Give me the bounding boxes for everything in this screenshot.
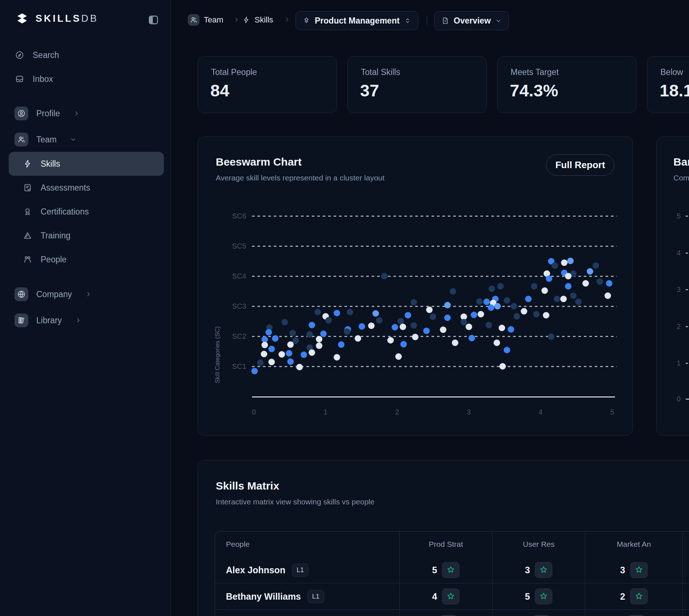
sidebar-item-label: Team <box>36 135 57 145</box>
nav-group-team-sub: SkillsAssessmentsCertificationsTrainingP… <box>0 152 170 271</box>
breadcrumb-team-label: Team <box>204 15 223 25</box>
column-header-market-an: Market An <box>585 532 682 557</box>
skill-value: 3 <box>620 565 625 575</box>
sidebar-item-library[interactable]: Library <box>0 307 170 333</box>
skill-value-cell <box>585 610 682 616</box>
beeswarm-point <box>499 363 506 370</box>
beeswarm-point <box>488 304 494 311</box>
beeswarm-point <box>450 288 456 295</box>
breadcrumb-team[interactable]: Team <box>188 14 223 26</box>
breadcrumb: Team Skills Product Management Overview <box>170 0 689 36</box>
star-rating-button[interactable] <box>442 588 459 604</box>
beeswarm-point <box>546 275 552 282</box>
gridline-sc5 <box>252 246 617 247</box>
beeswarm-point <box>541 287 548 294</box>
award-icon <box>22 207 33 217</box>
level-badge: L1 <box>292 563 309 577</box>
sidebar-item-company[interactable]: Company <box>0 281 170 307</box>
sidebar: SKILLSDB SearchInboxProfileTeamSkillsAss… <box>0 0 171 616</box>
beeswarm-point <box>466 324 472 330</box>
beeswarm-point <box>268 359 275 365</box>
beeswarm-point <box>565 283 572 290</box>
sidebar-item-team[interactable]: Team <box>0 126 170 153</box>
star-rating-button[interactable] <box>535 588 552 604</box>
stat-card-total-skills: Total Skills37 <box>347 56 487 113</box>
compass-icon <box>15 50 25 60</box>
star-rating-button[interactable] <box>630 562 648 578</box>
beeswarm-point <box>368 322 375 329</box>
clipped-cell <box>682 557 689 583</box>
beeswarm-point <box>320 330 327 337</box>
star-rating-button[interactable] <box>630 588 648 604</box>
skillsdb-dashboard: { "app": { "brand_bold": "SKILLS", "bran… <box>0 0 689 616</box>
star-rating-button[interactable] <box>442 562 459 578</box>
beeswarm-point <box>494 340 500 346</box>
beeswarm-point <box>338 341 344 348</box>
globe-icon <box>15 287 28 301</box>
people-cell <box>215 610 399 616</box>
sidebar-item-people[interactable]: People <box>0 247 170 271</box>
beeswarm-point <box>397 318 404 324</box>
beeswarm-point <box>452 340 458 346</box>
beeswarm-point <box>279 351 285 358</box>
x-tick-2: 2 <box>390 408 404 416</box>
bar-y-tick-4: 4 <box>667 249 681 257</box>
beeswarm-point <box>476 298 483 305</box>
beeswarm-point <box>309 322 315 328</box>
bar-gridline-stub <box>686 253 689 254</box>
breadcrumb-skills[interactable]: Skills <box>242 15 273 25</box>
star-rating-button[interactable] <box>535 562 552 578</box>
beeswarm-point <box>531 283 537 290</box>
beeswarm-point <box>395 353 402 360</box>
skill-value: 3 <box>525 565 530 575</box>
sidebar-item-label: Assessments <box>41 183 90 193</box>
sidebar-item-label: Skills <box>41 159 60 169</box>
skill-value: 4 <box>432 591 437 602</box>
beeswarm-point <box>372 310 379 317</box>
skills-matrix-title: Skills Matrix <box>216 480 279 492</box>
document-icon <box>441 17 449 25</box>
skill-value-cell: 4 <box>399 583 492 609</box>
sidebar-item-profile[interactable]: Profile <box>0 100 170 126</box>
beeswarm-point <box>309 349 315 356</box>
nav-group-sections: ProfileTeam <box>0 100 170 153</box>
sidebar-item-certifications[interactable]: Certifications <box>0 200 170 224</box>
sidebar-item-inbox[interactable]: Inbox <box>0 67 170 91</box>
bar-y-tick-5: 5 <box>667 212 681 220</box>
gridline-sc4 <box>252 276 617 277</box>
beeswarm-point <box>471 312 477 318</box>
table-row-bethany-williams[interactable]: Bethany WilliamsL1452 <box>215 583 689 609</box>
sidebar-item-assessments[interactable]: Assessments <box>0 176 170 200</box>
view-selector-dropdown[interactable]: Overview <box>434 11 509 30</box>
beeswarm-point <box>469 335 475 341</box>
beeswarm-point <box>525 296 532 302</box>
chevron-right-icon <box>85 291 92 298</box>
sidebar-item-search[interactable]: Search <box>0 43 170 67</box>
beeswarm-point <box>272 335 279 342</box>
breadcrumb-divider <box>427 16 427 25</box>
beeswarm-point <box>268 346 275 352</box>
stat-label: Total Skills <box>361 67 400 77</box>
bar-y-tick-0: 0 <box>667 395 681 403</box>
table-row-alex-johnson[interactable]: Alex JohnsonL1533 <box>215 557 689 583</box>
brand-name-light: DB <box>81 13 99 24</box>
beeswarm-point <box>325 317 332 324</box>
y-tick-sc4: SC4 <box>230 272 246 280</box>
skillsdb-logo-icon <box>15 11 30 26</box>
beeswarm-point <box>444 302 451 308</box>
people-icon <box>22 254 33 265</box>
beeswarm-point <box>410 322 417 329</box>
beeswarm-point <box>597 278 603 285</box>
profile-icon <box>15 107 28 120</box>
beeswarm-point <box>423 328 430 334</box>
column-header-user-res: User Res <box>492 532 585 557</box>
x-tick-4: 4 <box>533 408 548 416</box>
beeswarm-card: Beeswarm Chart Average skill levels repr… <box>198 137 633 436</box>
sidebar-item-skills[interactable]: Skills <box>9 152 164 176</box>
category-selector-dropdown[interactable]: Product Management <box>296 11 418 30</box>
table-row-clipped[interactable] <box>215 609 689 616</box>
nav-group-primary: SearchInbox <box>0 43 170 91</box>
sidebar-item-label: Company <box>36 290 72 299</box>
sidebar-item-training[interactable]: Training <box>0 224 170 247</box>
sidebar-collapse-icon[interactable] <box>147 14 160 26</box>
